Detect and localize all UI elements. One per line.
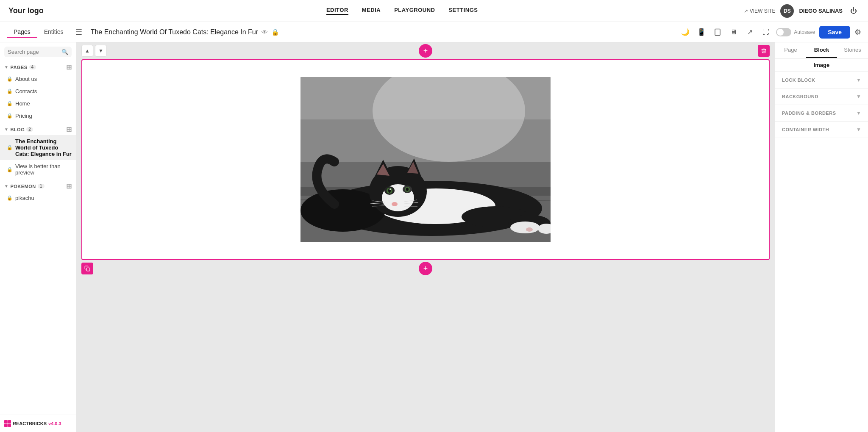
lock-tuxedo-icon: 🔒: [7, 145, 13, 150]
padding-borders-chevron-icon: ▼: [856, 110, 861, 116]
blog-count-badge: 2: [26, 127, 33, 132]
add-page-icon[interactable]: ⊞: [66, 63, 72, 71]
svg-rect-0: [715, 29, 720, 35]
nav-playground[interactable]: PLAYGROUND: [394, 7, 435, 15]
right-panel: Page Block Stories Image LOCK BLOCK ▼ BA…: [775, 42, 868, 432]
reactbricks-logo: REACTBRICKS v4.0.3: [4, 420, 61, 427]
padding-borders-label: PADDING & BORDERS: [782, 111, 836, 116]
lock-pricing-icon: 🔒: [7, 113, 13, 119]
view-site-link[interactable]: ↗ VIEW SITE: [744, 8, 776, 14]
settings-gear-icon[interactable]: ⚙: [854, 28, 861, 37]
lock-contacts-icon: 🔒: [7, 89, 13, 94]
sidebar-item-about-us[interactable]: 🔒 About us: [0, 73, 76, 85]
rb-version-label: v4.0.3: [48, 421, 61, 426]
sidebar-item-label: Home: [15, 100, 30, 107]
pokemon-count-badge: 1: [38, 184, 45, 188]
sidebar-item-label: About us: [15, 76, 37, 82]
section-blog-label: BLOG: [10, 127, 25, 132]
tablet-view-icon[interactable]: [712, 26, 723, 38]
expand-icon[interactable]: ⛶: [760, 26, 772, 38]
sidebar-item-label: Contacts: [15, 88, 37, 94]
tab-pages[interactable]: Pages: [7, 27, 37, 38]
rb-brand-name: REACTBRICKS: [13, 421, 47, 426]
page-title: The Enchanting World Of Tuxedo Cats: Ele…: [91, 28, 258, 36]
add-blog-icon[interactable]: ⊞: [66, 125, 72, 133]
user-avatar[interactable]: DS: [780, 4, 794, 18]
tab-entities[interactable]: Entities: [37, 27, 70, 38]
lock-about-icon: 🔒: [7, 76, 13, 82]
section-pages-toggle[interactable]: ▼ PAGES 4: [4, 65, 36, 70]
move-up-button[interactable]: ▲: [81, 45, 93, 57]
search-input[interactable]: [8, 49, 59, 55]
svg-point-27: [406, 188, 409, 191]
add-block-top-button[interactable]: +: [419, 44, 432, 58]
canvas-area: ▲ ▼ +: [76, 42, 775, 432]
panel-section-background[interactable]: BACKGROUND ▼: [775, 89, 868, 105]
blog-chevron-icon: ▼: [4, 127, 8, 132]
nav-settings[interactable]: SETTINGS: [448, 7, 478, 15]
copy-block-button[interactable]: [81, 263, 93, 274]
sidebar-item-view-preview[interactable]: 🔒 View is better than preview: [0, 160, 76, 179]
share-icon[interactable]: ↗: [744, 26, 756, 38]
container-width-label: CONTAINER WIDTH: [782, 127, 829, 132]
toolbar-right: 🌙 📱 🖥 ↗ ⛶ Autosave Save ⚙: [679, 26, 861, 39]
section-pokemon-toggle[interactable]: ▼ POKEMON 1: [4, 184, 45, 189]
svg-point-16: [526, 227, 533, 232]
pages-chevron-icon: ▼: [4, 65, 8, 69]
sidebar-item-pikachu[interactable]: 🔒 pikachu: [0, 192, 76, 204]
sidebar-item-label: Pricing: [15, 113, 32, 119]
nav-editor[interactable]: EDITOR: [326, 7, 348, 15]
delete-block-button[interactable]: [758, 45, 770, 57]
move-buttons: ▲ ▼: [81, 45, 107, 57]
panel-section-lock-block[interactable]: LOCK BLOCK ▼: [775, 72, 868, 89]
section-blog-toggle[interactable]: ▼ BLOG 2: [4, 127, 33, 132]
search-icon: 🔍: [61, 49, 68, 55]
power-button[interactable]: ⏻: [848, 5, 860, 17]
sidebar-item-tuxedo-cats[interactable]: 🔒 The Enchanting World of Tuxedo Cats: E…: [0, 135, 76, 160]
pages-count-badge: 4: [29, 65, 36, 69]
lock-block-chevron-icon: ▼: [856, 77, 861, 83]
search-bar: 🔍: [4, 47, 72, 57]
svg-point-14: [510, 222, 540, 233]
sidebar-item-home[interactable]: 🔒 Home: [0, 97, 76, 110]
lock-icon[interactable]: 🔒: [271, 28, 279, 36]
lock-pikachu-icon: 🔒: [7, 195, 13, 201]
tab-block[interactable]: Block: [806, 42, 837, 58]
visibility-icon[interactable]: 👁: [262, 28, 268, 36]
external-link-icon: ↗: [744, 8, 748, 14]
panel-sub-tab-image: Image: [775, 58, 868, 72]
rb-grid-icon: [4, 420, 11, 427]
save-button[interactable]: Save: [819, 26, 850, 39]
background-label: BACKGROUND: [782, 94, 818, 99]
desktop-view-icon[interactable]: 🖥: [728, 26, 740, 38]
username-label: DIEGO SALINAS: [799, 8, 843, 14]
add-pokemon-icon[interactable]: ⊞: [66, 182, 72, 190]
tab-page[interactable]: Page: [775, 42, 806, 58]
tab-stories[interactable]: Stories: [837, 42, 868, 58]
cat-image-svg: [300, 77, 551, 242]
autosave-switch[interactable]: [776, 28, 791, 36]
sidebar-item-contacts[interactable]: 🔒 Contacts: [0, 85, 76, 97]
panel-section-padding-borders[interactable]: PADDING & BORDERS ▼: [775, 105, 868, 122]
nav-media[interactable]: MEDIA: [362, 7, 381, 15]
section-pages-label: PAGES: [10, 65, 27, 70]
panel-section-container-width[interactable]: CONTAINER WIDTH ▼: [775, 122, 868, 138]
image-block[interactable]: [81, 59, 770, 260]
app-logo: Your logo: [8, 6, 44, 15]
main-layout: 🔍 ▼ PAGES 4 ⊞ 🔒 About us 🔒 Contacts 🔒 Ho…: [0, 42, 868, 432]
autosave-toggle[interactable]: Autosave: [776, 28, 815, 36]
view-site-label: VIEW SITE: [750, 8, 776, 14]
dark-mode-icon[interactable]: 🌙: [679, 26, 691, 38]
sidebar-footer: REACTBRICKS v4.0.3: [0, 415, 76, 432]
lock-block-label: LOCK BLOCK: [782, 78, 815, 83]
hamburger-icon[interactable]: ☰: [75, 28, 82, 37]
pokemon-chevron-icon: ▼: [4, 184, 8, 188]
add-block-bottom-button[interactable]: +: [419, 262, 432, 275]
mobile-view-icon[interactable]: 📱: [696, 26, 707, 38]
lock-home-icon: 🔒: [7, 101, 13, 106]
move-down-button[interactable]: ▼: [95, 45, 107, 57]
autosave-label: Autosave: [794, 29, 815, 35]
sidebar-item-pricing[interactable]: 🔒 Pricing: [0, 110, 76, 122]
svg-point-28: [389, 188, 391, 190]
block-bottom-controls: +: [76, 260, 775, 277]
